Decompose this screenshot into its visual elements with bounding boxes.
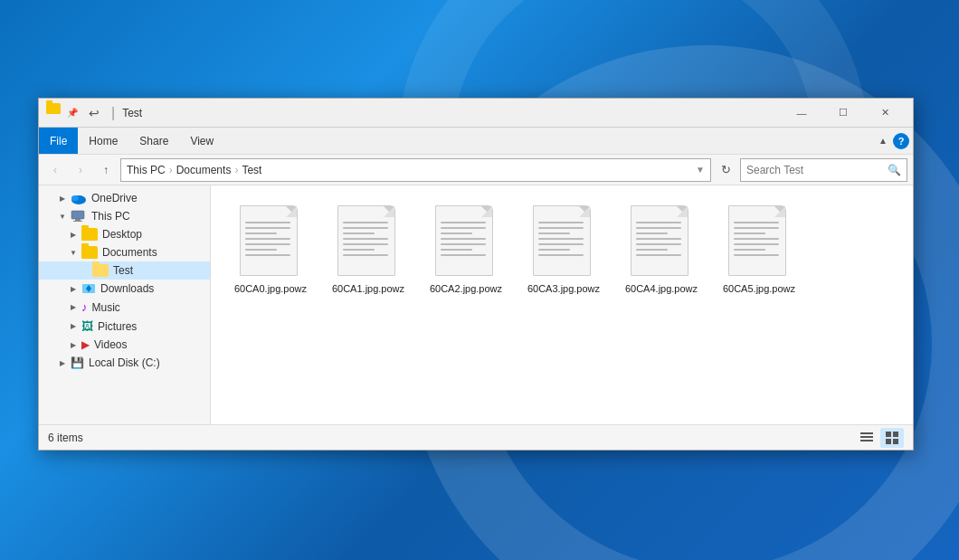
maximize-button[interactable]: ☐ xyxy=(822,99,864,128)
menu-view[interactable]: View xyxy=(179,128,224,154)
sidebar-item-thispc[interactable]: ▼ This PC xyxy=(39,207,210,225)
sidebar-item-test[interactable]: Test xyxy=(39,261,210,280)
path-dropdown-arrow[interactable]: ▼ xyxy=(696,165,705,175)
disk-icon: 💾 xyxy=(71,356,84,369)
path-sep-2: › xyxy=(234,164,238,176)
svg-rect-2 xyxy=(71,211,84,219)
window-title: Test xyxy=(122,107,142,119)
refresh-button[interactable]: ↻ xyxy=(715,159,736,181)
doc-lines-3 xyxy=(538,222,584,260)
doc-line xyxy=(343,227,388,229)
menu-share[interactable]: Share xyxy=(128,128,179,154)
file-name-2: 60CA2.jpg.powz xyxy=(430,283,502,294)
desktop-expand-arrow: ▶ xyxy=(68,231,79,239)
doc-line xyxy=(734,233,765,234)
file-item[interactable]: 60CA5.jpg.powz xyxy=(714,200,804,410)
details-view-icon xyxy=(859,431,874,445)
path-thispc[interactable]: This PC xyxy=(127,164,166,176)
sidebar-item-downloads[interactable]: ▶ Downloads xyxy=(39,280,210,298)
back-button[interactable]: ‹ xyxy=(44,159,66,181)
file-item[interactable]: 60CA0.jpg.powz xyxy=(225,200,316,410)
sidebar-item-pictures[interactable]: ▶ 🖼 Pictures xyxy=(39,317,210,336)
doc-line xyxy=(734,222,779,223)
file-grid: 60CA0.jpg.powz xyxy=(218,193,906,417)
menu-file[interactable]: File xyxy=(39,128,78,154)
doc-line xyxy=(636,227,681,229)
address-path[interactable]: This PC › Documents › Test ▼ xyxy=(120,158,711,182)
help-button[interactable]: ? xyxy=(893,133,909,149)
music-expand-arrow: ▶ xyxy=(68,303,79,311)
doc-line xyxy=(343,254,388,256)
close-button[interactable]: ✕ xyxy=(864,99,906,128)
file-icon-4 xyxy=(631,205,692,278)
doc-lines-5 xyxy=(734,222,779,260)
details-view-button[interactable] xyxy=(855,428,878,448)
doc-line xyxy=(441,233,472,234)
sidebar-item-downloads-label: Downloads xyxy=(100,282,154,295)
doc-line xyxy=(636,249,668,251)
doc-line xyxy=(636,222,681,223)
search-input[interactable] xyxy=(746,164,888,176)
localdisk-expand-arrow: ▶ xyxy=(57,359,68,367)
doc-line xyxy=(245,222,290,223)
doc-lines-4 xyxy=(636,222,681,260)
sidebar-item-documents[interactable]: ▼ Documents xyxy=(39,243,210,261)
menu-collapse-chevron[interactable]: ▲ xyxy=(873,132,893,149)
sidebar-item-onedrive[interactable]: ▶ OneDrive xyxy=(39,189,210,207)
sidebar-item-desktop[interactable]: ▶ Desktop xyxy=(39,225,210,243)
tiles-view-button[interactable] xyxy=(880,428,904,448)
qa-pin-btn[interactable]: 📌 xyxy=(62,103,82,123)
file-item[interactable]: 60CA2.jpg.powz xyxy=(421,200,511,410)
documents-folder-icon xyxy=(81,246,98,259)
doc-line xyxy=(734,243,779,245)
doc-line xyxy=(245,243,290,245)
doc-line xyxy=(538,227,584,229)
search-box[interactable]: 🔍 xyxy=(740,158,907,182)
doc-line xyxy=(441,227,486,229)
quick-access-icons: 📌 ↩ xyxy=(46,103,104,123)
main-area: ▶ OneDrive ▼ This PC ▶ xyxy=(39,185,913,424)
downloads-icon xyxy=(81,282,96,295)
doc-line xyxy=(441,243,486,245)
doc-line xyxy=(343,243,388,245)
doc-line xyxy=(538,249,570,251)
doc-lines-0 xyxy=(245,222,290,260)
file-item[interactable]: 60CA1.jpg.powz xyxy=(323,200,413,410)
status-bar: 6 items xyxy=(39,424,913,450)
doc-line xyxy=(343,238,388,240)
doc-line xyxy=(245,254,290,256)
minimize-button[interactable]: — xyxy=(781,99,822,128)
doc-line xyxy=(636,243,681,245)
title-folder-icon xyxy=(46,103,61,114)
address-bar: ‹ › ↑ This PC › Documents › Test ▼ ↻ 🔍 xyxy=(39,155,913,185)
up-button[interactable]: ↑ xyxy=(95,159,117,181)
file-name-1: 60CA1.jpg.powz xyxy=(332,283,404,294)
explorer-window: 📌 ↩ | Test — ☐ ✕ File Home Share View ▲ … xyxy=(38,98,914,451)
videos-icon: ▶ xyxy=(81,338,90,351)
sidebar-item-desktop-label: Desktop xyxy=(102,228,142,241)
file-item[interactable]: 60CA3.jpg.powz xyxy=(518,200,609,410)
doc-line xyxy=(734,227,779,229)
search-icon[interactable]: 🔍 xyxy=(888,164,901,176)
file-item[interactable]: 60CA4.jpg.powz xyxy=(616,200,707,410)
file-icon-0 xyxy=(240,205,301,278)
file-name-0: 60CA0.jpg.powz xyxy=(234,283,307,294)
path-documents[interactable]: Documents xyxy=(176,164,232,176)
sidebar-item-music-label: Music xyxy=(92,301,120,314)
sidebar-item-videos[interactable]: ▶ ▶ Videos xyxy=(39,336,210,354)
file-icon-3 xyxy=(533,205,594,278)
file-name-5: 60CA5.jpg.powz xyxy=(723,283,795,294)
doc-line xyxy=(343,222,388,223)
sidebar-item-pictures-label: Pictures xyxy=(98,320,137,333)
path-test[interactable]: Test xyxy=(242,164,261,176)
doc-line xyxy=(441,222,486,223)
doc-line xyxy=(636,233,668,234)
menu-bar: File Home Share View ▲ ? xyxy=(39,128,913,155)
sidebar-item-localdisk[interactable]: ▶ 💾 Local Disk (C:) xyxy=(39,354,210,372)
menu-home[interactable]: Home xyxy=(78,128,128,154)
sidebar-item-music[interactable]: ▶ ♪ Music xyxy=(39,298,210,317)
file-icon-5 xyxy=(728,205,790,278)
forward-button[interactable]: › xyxy=(70,159,91,181)
svg-point-1 xyxy=(71,195,79,201)
qa-undo-btn[interactable]: ↩ xyxy=(84,103,104,123)
